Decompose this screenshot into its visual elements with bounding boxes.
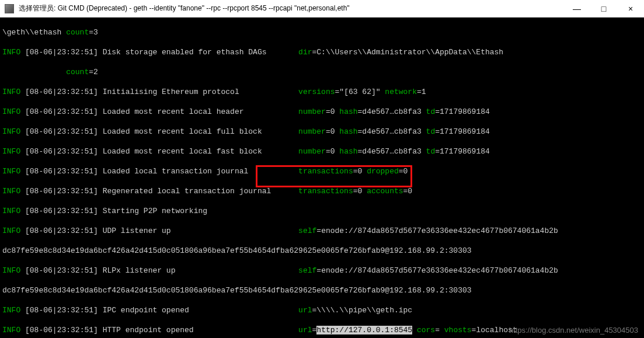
log-val: =3: [89, 28, 98, 37]
log-key: dir: [298, 48, 312, 57]
selected-url: http://127.0.0.1:8545: [316, 326, 412, 334]
log-val: =enode://874da8657d5677e36336ee432ec4677…: [316, 266, 558, 275]
log-level: INFO: [2, 147, 20, 156]
log-key: self: [298, 227, 316, 235]
log-val: =d4e567…cb8fa3: [358, 107, 426, 116]
log-text: [08-06|23:32:51] Initialising Ethereum p…: [20, 88, 298, 96]
log-key: td: [426, 147, 436, 156]
log-text: [08-06|23:32:51] Loaded most recent loca…: [20, 147, 298, 156]
log-level: INFO: [2, 266, 20, 275]
log-val: =0: [353, 167, 367, 176]
log-level: INFO: [2, 187, 20, 196]
log-val: =0: [326, 147, 339, 156]
log-text: [08-06|23:32:51] UDP listener up: [20, 227, 298, 235]
log-level: INFO: [2, 207, 20, 215]
window-title: 选择管理员: Git CMD (Deprecated) - geth --ide…: [19, 4, 563, 13]
log-key: number: [298, 107, 326, 116]
log-level: INFO: [2, 88, 20, 96]
log-key: versions: [298, 88, 335, 96]
log-val: =0: [326, 127, 339, 136]
log-key: number: [298, 147, 326, 156]
log-key: transactions: [298, 167, 353, 176]
log-key: hash: [339, 127, 357, 136]
log-level: INFO: [2, 227, 20, 235]
log-key: transactions: [298, 187, 353, 196]
log-val: =1: [417, 88, 426, 96]
log-level: INFO: [2, 107, 20, 116]
window-buttons: — □ ×: [563, 0, 644, 17]
log-key: td: [426, 107, 436, 116]
log-text: [08-06|23:32:51] HTTP endpoint opened: [20, 326, 298, 334]
log-text: [08-06|23:32:51] Loaded local transactio…: [20, 167, 298, 176]
log-key: number: [298, 127, 326, 136]
log-val: =0: [326, 107, 339, 116]
log-key: hash: [339, 147, 357, 156]
log-val: =17179869184: [435, 147, 490, 156]
log-key: self: [298, 266, 316, 275]
log-text: [08-06|23:32:51] Loaded most recent loca…: [20, 107, 298, 116]
app-icon: [5, 4, 14, 13]
log-val: =0: [399, 167, 408, 176]
log-key: accounts: [367, 187, 403, 196]
log-key: vhosts: [444, 326, 472, 334]
log-val: =17179869184: [435, 107, 490, 116]
log-key: count: [66, 68, 89, 76]
log-val: ="[63 62]": [335, 88, 385, 96]
minimize-button[interactable]: —: [563, 0, 590, 17]
titlebar: 选择管理员: Git CMD (Deprecated) - geth --ide…: [0, 0, 644, 18]
log-val: =C:\\Users\\Administrator\\AppData\\Etha…: [312, 48, 504, 57]
maximize-button[interactable]: □: [590, 0, 617, 17]
log-text: [08-06|23:32:51] Loaded most recent loca…: [20, 127, 298, 136]
log-level: INFO: [2, 306, 20, 315]
log-key: count: [66, 28, 89, 37]
log-val: =\\\\.\\pipe\\geth.ipc: [312, 306, 413, 315]
log-text: \geth\\ethash: [2, 28, 66, 37]
log-text: [2, 68, 66, 76]
log-val: =2: [89, 68, 98, 76]
log-level: INFO: [2, 326, 20, 334]
log-val: =enode://874da8657d5677e36336ee432ec4677…: [316, 227, 558, 235]
log-key: td: [426, 127, 436, 136]
log-key: hash: [339, 107, 357, 116]
log-val: =17179869184: [435, 127, 490, 136]
log-level: INFO: [2, 167, 20, 176]
log-key: cors: [417, 326, 435, 334]
log-key: url: [298, 306, 312, 315]
log-val: =0: [403, 187, 413, 196]
log-level: INFO: [2, 48, 20, 57]
log-key: url: [298, 326, 312, 334]
log-text: [08-06|23:32:51] Regenerated local trans…: [20, 187, 298, 196]
log-text: [08-06|23:32:51] RLPx listener up: [20, 266, 298, 275]
log-val: dc87fe59e8c8d34e19da6bcf426a42d415d0c051…: [2, 286, 472, 295]
close-button[interactable]: ×: [617, 0, 644, 17]
log-val: [412, 326, 417, 334]
terminal-output[interactable]: \geth\\ethash count=3 INFO [08-06|23:32:…: [0, 18, 644, 338]
log-val: =d4e567…cb8fa3: [358, 127, 426, 136]
log-val: =0: [353, 187, 367, 196]
log-text: [08-06|23:32:51] Disk storage enabled fo…: [20, 48, 298, 57]
log-text: [08-06|23:32:51] Starting P2P networking: [20, 207, 207, 215]
log-key: dropped: [367, 167, 399, 176]
log-text: [08-06|23:32:51] IPC endpoint opened: [20, 306, 298, 315]
log-key: network: [385, 88, 417, 96]
log-val: =d4e567…cb8fa3: [358, 147, 426, 156]
log-val: dc87fe59e8c8d34e19da6bcf426a42d415d0c051…: [2, 246, 472, 255]
log-level: INFO: [2, 127, 20, 136]
watermark-text: https://blog.csdn.net/weixin_45304503: [509, 326, 638, 334]
log-val: =: [435, 326, 444, 334]
